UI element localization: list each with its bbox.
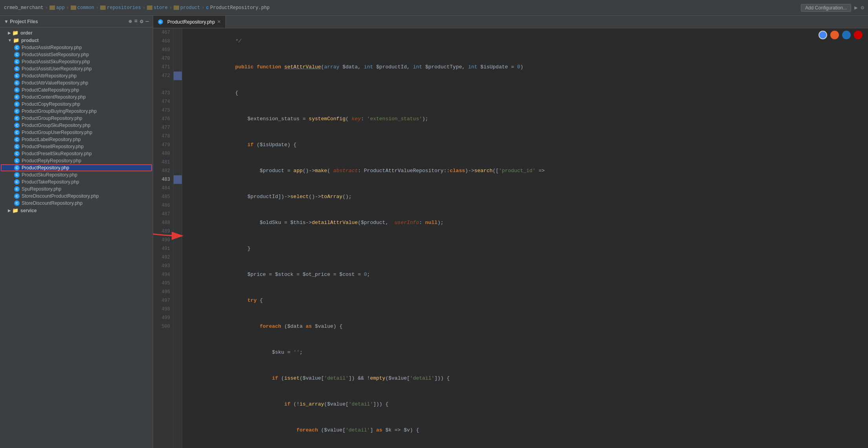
sidebar-item-spu[interactable]: C SpuRepository.php (0, 185, 153, 193)
sidebar-tree: ▶ 📁 order ▼ 📁 product C ProductAssistRep… (0, 28, 153, 448)
top-bar: crmeb_merchant › app › common › reposito… (0, 0, 868, 16)
sidebar-item-service-folder[interactable]: ▶ 📁 service (0, 207, 153, 214)
tab-bar: C ProductRepository.php ✕ (153, 16, 868, 28)
sidebar-item-product-copy[interactable]: C ProductCopyRepository.php (0, 101, 153, 108)
c-file-icon-5: C (14, 73, 20, 79)
c-file-icon-12: C (14, 123, 20, 128)
code-line-473: $oldSku = $this->detailAttrValue($produc… (186, 210, 868, 236)
collapse-icon[interactable]: ≡ (134, 18, 137, 25)
sidebar-item-product-cate[interactable]: C ProductCateRepository.php (0, 86, 153, 94)
code-line-482: $detail[$k] = $v; (186, 443, 868, 448)
c-file-icon-6: C (14, 80, 20, 86)
sidebar-title: ▼ Project Files (4, 19, 128, 24)
sidebar-item-product-attr-value[interactable]: C ProductAttrValueRepository.php (0, 79, 153, 86)
sidebar-item-product-group-sku[interactable]: C ProductGroupSkuRepository.php (0, 122, 153, 129)
folder-arrow-service: ▶ (8, 208, 11, 213)
sidebar-item-product-presell[interactable]: C ProductPresellRepository.php (0, 143, 153, 150)
code-line-479: if (isset($value['detail']) && !empty($v… (186, 365, 868, 391)
code-line-475: $price = $stock = $ot_price = $cost = 0; (186, 262, 868, 288)
breadcrumb: crmeb_merchant › app › common › reposito… (4, 5, 270, 11)
breadcrumb-root[interactable]: crmeb_merchant (4, 5, 44, 11)
breadcrumb-common[interactable]: common (71, 5, 94, 11)
breadcrumb-product[interactable]: product (174, 5, 200, 11)
c-file-icon-7: C (14, 87, 20, 93)
code-line-472-cont: $productId])->select()->toArray(); (186, 184, 868, 210)
folder-icon-product: 📁 (13, 37, 19, 43)
line-numbers: 467 468 469 470 471 472 473 474 475 476 … (153, 28, 174, 448)
folder-icon-2 (71, 6, 76, 10)
sidebar: ▼ Project Files ⊕ ≡ ⚙ — ▶ 📁 order ▼ 📁 pr (0, 16, 153, 448)
folder-icon (49, 6, 55, 10)
sidebar-item-product-group-buying[interactable]: C ProductGroupBuyingRepository.php (0, 108, 153, 115)
c-file-icon-20: C (14, 179, 20, 185)
browser-icons (819, 31, 863, 39)
c-file-icon-14: C (14, 137, 20, 142)
sidebar-item-store-discount-product[interactable]: C StoreDiscountProductRepository.php (0, 193, 153, 200)
sidebar-item-product-group-user[interactable]: C ProductGroupUserRepository.php (0, 129, 153, 136)
sidebar-item-store-discount[interactable]: C StoreDiscountRepository.php (0, 200, 153, 207)
c-file-icon-19: C (14, 172, 20, 178)
sidebar-item-product-folder[interactable]: ▼ 📁 product (0, 37, 153, 44)
breadcrumb-repositories[interactable]: repositories (100, 5, 141, 11)
folder-icon-3 (100, 6, 106, 10)
code-line-477: foreach ($data as $value) { (186, 314, 868, 340)
ie-icon (842, 31, 851, 39)
code-line-470: $extension_status = systemConfig( key: '… (186, 106, 868, 132)
code-content: 467 468 469 470 471 472 473 474 475 476 … (153, 28, 868, 448)
sidebar-item-product-label[interactable]: C ProductLabelRepository.php (0, 136, 153, 143)
main-layout: ▼ Project Files ⊕ ≡ ⚙ — ▶ 📁 order ▼ 📁 pr (0, 16, 868, 448)
c-file-icon-16: C (14, 151, 20, 156)
sidebar-item-product-sku[interactable]: C ProductSkuRepository.php (0, 171, 153, 178)
run-button[interactable]: ▶ (854, 4, 857, 11)
c-file-icon-8: C (14, 94, 20, 100)
sidebar-item-product-take[interactable]: C ProductTakeRepository.php (0, 178, 153, 185)
sidebar-item-product-repo[interactable]: C ProductRepository.php (0, 164, 153, 171)
c-file-icon-23: C (14, 200, 20, 206)
folder-icon-4 (147, 6, 152, 10)
c-file-icon-3: C (14, 59, 20, 64)
breadcrumb-store[interactable]: store (147, 5, 168, 11)
c-file-icon-2: C (14, 52, 20, 57)
c-file-icon-15: C (14, 144, 20, 149)
sidebar-item-product-assist[interactable]: C ProductAssistRepository.php (0, 44, 153, 51)
add-config-button[interactable]: Add Configuration... (801, 4, 851, 12)
sidebar-item-product-presell-sku[interactable]: C ProductPresellSkuRepository.php (0, 150, 153, 157)
chrome-icon (819, 31, 827, 39)
sidebar-item-product-attr[interactable]: C ProductAttrRepository.php (0, 72, 153, 79)
sidebar-icons: ⊕ ≡ ⚙ — (128, 18, 149, 25)
c-file-icon-17: C (14, 158, 20, 163)
sync-icon[interactable]: ⊕ (128, 18, 132, 25)
sidebar-item-product-assist-set[interactable]: C ProductAssistSetRepository.php (0, 51, 153, 58)
tab-close-button[interactable]: ✕ (217, 19, 221, 24)
tab-product-repo[interactable]: C ProductRepository.php ✕ (153, 16, 226, 28)
code-line-476: try { (186, 288, 868, 314)
sidebar-item-product-content[interactable]: C ProductContentRepository.php (0, 94, 153, 101)
sidebar-item-order[interactable]: ▶ 📁 order (0, 29, 153, 37)
editor-area: C ProductRepository.php ✕ 467 468 (153, 16, 868, 448)
code-line-471: if ($isUpdate) { (186, 132, 868, 158)
code-line-480: if (!is_array($value['detail'])) { (186, 391, 868, 417)
breadcrumb-app[interactable]: app (49, 5, 65, 11)
opera-icon (854, 31, 863, 39)
code-lines: */ public function setAttrValue(array $d… (182, 28, 868, 448)
gutter (174, 28, 182, 448)
tab-file-icon: C (158, 19, 163, 24)
c-file-icon-9: C (14, 101, 20, 107)
sidebar-item-product-group[interactable]: C ProductGroupRepository.php (0, 115, 153, 122)
top-bar-right: Add Configuration... ▶ ⚙ (801, 4, 864, 12)
code-line-478: $sku = ''; (186, 340, 868, 365)
sidebar-item-product-reply[interactable]: C ProductReplyRepository.php (0, 157, 153, 164)
gear-icon[interactable]: ⚙ (140, 18, 143, 25)
settings-button[interactable]: ⚙ (861, 4, 864, 11)
firefox-icon (830, 31, 839, 39)
breadcrumb-file: C ProductRepository.php (206, 5, 270, 11)
c-file-icon-10: C (14, 108, 20, 114)
code-line-468: public function setAttrValue(array $data… (186, 54, 868, 80)
sidebar-header: ▼ Project Files ⊕ ≡ ⚙ — (0, 16, 153, 28)
minimize-icon[interactable]: — (146, 18, 149, 25)
c-file-icon-21: C (14, 186, 20, 192)
sidebar-item-product-assist-user[interactable]: C ProductAssistUserRepository.php (0, 65, 153, 72)
code-editor[interactable]: 467 468 469 470 471 472 473 474 475 476 … (153, 28, 868, 448)
folder-icon-5 (174, 6, 179, 10)
sidebar-item-product-assist-sku[interactable]: C ProductAssistSkuRepository.php (0, 58, 153, 65)
